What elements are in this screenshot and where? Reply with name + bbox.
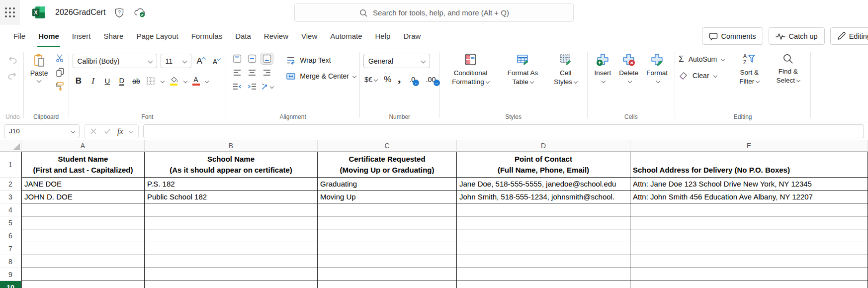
- cell[interactable]: [318, 229, 457, 242]
- cell[interactable]: [630, 203, 868, 216]
- cell[interactable]: [318, 203, 457, 216]
- cell[interactable]: [630, 255, 868, 268]
- cell[interactable]: [145, 216, 318, 229]
- row-header[interactable]: 8: [0, 255, 21, 268]
- row-header[interactable]: 3: [0, 191, 21, 203]
- cell[interactable]: [318, 255, 457, 268]
- font-name-select[interactable]: Calibri (Body): [73, 54, 157, 68]
- cell[interactable]: School Name(As it should appear on certi…: [145, 152, 318, 178]
- merge-center-button[interactable]: Merge & Center: [286, 71, 356, 81]
- insert-function-button[interactable]: fx: [117, 127, 123, 136]
- align-right-button[interactable]: [260, 67, 273, 79]
- font-color-dropdown-chevron[interactable]: [204, 79, 208, 83]
- cut-button[interactable]: [55, 53, 65, 63]
- tab-draw[interactable]: Draw: [397, 25, 427, 47]
- row-header[interactable]: 6: [0, 229, 21, 242]
- cell-styles-button[interactable]: Cell Styles: [548, 52, 584, 87]
- cell[interactable]: School Address for Delivery (No P.O. Box…: [630, 152, 868, 178]
- column-header-b[interactable]: B: [145, 140, 318, 152]
- cell[interactable]: [145, 268, 318, 281]
- increase-font-size-button[interactable]: A: [195, 56, 207, 66]
- decrease-font-size-button[interactable]: A: [211, 56, 222, 66]
- cell[interactable]: P.S. 182: [145, 178, 318, 191]
- autosum-button[interactable]: Σ AutoSum: [679, 54, 724, 64]
- tab-data[interactable]: Data: [229, 25, 258, 47]
- currency-format-button[interactable]: $€: [364, 76, 377, 84]
- cell[interactable]: [318, 268, 457, 281]
- borders-button[interactable]: [145, 75, 157, 87]
- redo-button[interactable]: [7, 71, 18, 80]
- cell[interactable]: [630, 281, 868, 288]
- cell[interactable]: [21, 216, 145, 229]
- increase-decimal-button[interactable]: .00→: [426, 76, 435, 84]
- row-header[interactable]: 1: [0, 152, 21, 178]
- cell[interactable]: John Smith, 518-555-1234, johnsmith@scho…: [457, 191, 630, 203]
- sort-filter-button[interactable]: AZ Sort & Filter: [730, 52, 768, 87]
- row-header[interactable]: 10: [0, 281, 21, 288]
- format-painter-button[interactable]: [55, 81, 65, 91]
- underline-button[interactable]: U: [101, 75, 114, 87]
- top-align-button[interactable]: [231, 53, 244, 65]
- cell[interactable]: Attn: John Smith 456 Education Ave Alban…: [630, 191, 868, 203]
- cell[interactable]: [630, 268, 868, 281]
- cell[interactable]: Graduating: [318, 178, 457, 191]
- cell[interactable]: [457, 242, 630, 255]
- cell[interactable]: [457, 255, 630, 268]
- cell[interactable]: [145, 203, 318, 216]
- name-box[interactable]: J10: [4, 124, 80, 138]
- cell[interactable]: Student Name(First and Last - Capitalize…: [21, 152, 145, 178]
- middle-align-button[interactable]: [246, 53, 259, 65]
- cell[interactable]: [145, 229, 318, 242]
- cell[interactable]: [457, 203, 630, 216]
- cell[interactable]: [145, 281, 318, 288]
- format-as-table-button[interactable]: Format As Table: [499, 52, 547, 87]
- tab-share[interactable]: Share: [97, 25, 130, 47]
- shield-protection-icon[interactable]: ?: [114, 7, 124, 18]
- bold-button[interactable]: B: [73, 75, 85, 87]
- cell[interactable]: [457, 268, 630, 281]
- cell[interactable]: Moving Up: [318, 191, 457, 203]
- tab-file[interactable]: File: [7, 25, 32, 47]
- column-header-e[interactable]: E: [630, 140, 868, 152]
- decrease-indent-button[interactable]: [231, 81, 244, 93]
- wrap-text-button[interactable]: Wrap Text: [286, 55, 356, 65]
- cell[interactable]: [21, 229, 145, 242]
- cell[interactable]: JOHN D. DOE: [21, 191, 145, 203]
- borders-dropdown-chevron[interactable]: [160, 79, 164, 83]
- cell[interactable]: [630, 242, 868, 255]
- tab-home[interactable]: Home: [32, 25, 66, 47]
- number-format-select[interactable]: General: [363, 54, 430, 68]
- comments-button[interactable]: Comments: [702, 27, 763, 45]
- paste-button[interactable]: Paste: [27, 49, 51, 82]
- row-header[interactable]: 9: [0, 268, 21, 281]
- find-select-button[interactable]: Find & Select: [769, 52, 807, 87]
- cell[interactable]: Public School 182: [145, 191, 318, 203]
- row-header[interactable]: 7: [0, 242, 21, 255]
- cell[interactable]: [457, 216, 630, 229]
- tab-insert[interactable]: Insert: [66, 25, 97, 47]
- column-header-d[interactable]: D: [457, 140, 630, 152]
- cell[interactable]: [21, 203, 145, 216]
- delete-cells-button[interactable]: Delete: [615, 52, 642, 85]
- cell[interactable]: [21, 268, 145, 281]
- tab-formulas[interactable]: Formulas: [185, 25, 229, 47]
- percent-format-button[interactable]: %: [384, 75, 391, 85]
- select-all-corner[interactable]: [0, 140, 21, 152]
- cell[interactable]: Point of Contact(Full Name, Phone, Email…: [457, 152, 630, 178]
- catch-up-button[interactable]: Catch up: [769, 27, 825, 45]
- cell[interactable]: Certificate Requested(Moving Up or Gradu…: [318, 152, 457, 178]
- cell[interactable]: [630, 216, 868, 229]
- cell[interactable]: [630, 229, 868, 242]
- undo-button[interactable]: [7, 55, 18, 64]
- tab-review[interactable]: Review: [258, 25, 295, 47]
- confirm-entry-button[interactable]: [103, 128, 111, 134]
- column-header-a[interactable]: A: [21, 140, 145, 152]
- italic-button[interactable]: I: [87, 75, 99, 87]
- cell[interactable]: [21, 281, 145, 288]
- tab-automate[interactable]: Automate: [324, 25, 368, 47]
- cell[interactable]: [21, 255, 145, 268]
- row-header[interactable]: 4: [0, 203, 21, 216]
- text-orientation-button[interactable]: [260, 81, 273, 93]
- double-underline-button[interactable]: D: [116, 75, 128, 87]
- bottom-align-button[interactable]: [260, 53, 273, 65]
